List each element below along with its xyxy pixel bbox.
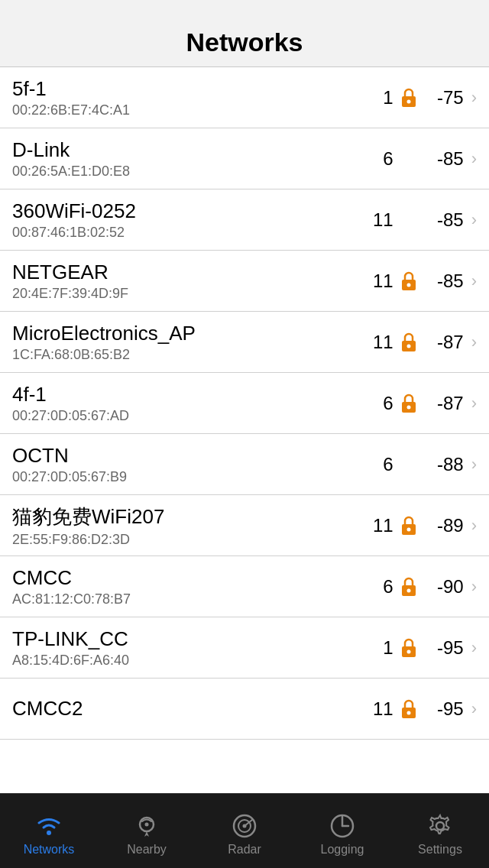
lock-icon [398, 87, 419, 108]
network-meta: 1 -95 [369, 637, 464, 659]
network-channel: 1 [369, 87, 393, 108]
network-channel: 11 [369, 270, 393, 292]
network-name: TP-LINK_CC [12, 627, 361, 651]
lock-icon [398, 698, 419, 720]
lock-icon [398, 637, 419, 659]
no-lock-spacer [398, 148, 419, 170]
network-meta: 6 -90 [369, 576, 464, 598]
network-channel: 11 [369, 332, 393, 353]
tab-nearby-label: Nearby [127, 843, 167, 857]
chevron-right-icon: › [471, 149, 477, 169]
network-mac: 00:26:5A:E1:D0:E8 [12, 164, 361, 180]
network-meta: 11 -85 [369, 209, 464, 231]
svg-point-3 [406, 283, 410, 287]
network-signal: -88 [424, 454, 464, 475]
chevron-right-icon: › [471, 210, 477, 230]
network-item[interactable]: 猫豹免费WiFi207 2E:55:F9:86:D2:3D 11 -89 › [0, 495, 489, 556]
tab-radar[interactable]: Radar [196, 794, 293, 868]
network-item[interactable]: 4f-1 00:27:0D:05:67:AD 6 -87 › [0, 373, 489, 434]
network-meta: 11 -87 [369, 332, 464, 353]
tab-networks[interactable]: Networks [0, 794, 98, 868]
network-item[interactable]: D-Link 00:26:5A:E1:D0:E8 6 -85 › [0, 128, 489, 189]
network-item[interactable]: 360WiFi-0252 00:87:46:1B:02:52 11 -85 › [0, 189, 489, 251]
tab-radar-label: Radar [228, 843, 261, 857]
lock-icon [398, 576, 419, 598]
network-name: 猫豹免费WiFi207 [12, 504, 361, 530]
tab-nearby[interactable]: Nearby [98, 794, 196, 868]
network-info: CMCC2 [12, 697, 361, 721]
chevron-right-icon: › [471, 638, 477, 658]
chevron-right-icon: › [471, 516, 477, 536]
network-mac: 00:27:0D:05:67:B9 [12, 469, 361, 485]
network-item[interactable]: CMCC AC:81:12:C0:78:B7 6 -90 › [0, 556, 489, 617]
lock-icon [398, 515, 419, 536]
logging-icon [329, 812, 356, 840]
network-meta: 11 -89 [369, 515, 464, 536]
settings-icon [426, 812, 454, 840]
network-signal: -85 [424, 148, 464, 170]
no-lock-spacer [398, 454, 419, 475]
lock-icon [398, 332, 419, 353]
svg-point-18 [145, 822, 149, 826]
network-channel: 11 [369, 515, 393, 536]
network-channel: 6 [369, 148, 393, 170]
network-item[interactable]: NETGEAR 20:4E:7F:39:4D:9F 11 -85 › [0, 251, 489, 312]
network-mac: AC:81:12:C0:78:B7 [12, 591, 361, 607]
network-name: MicroElectronics_AP [12, 322, 361, 345]
network-item[interactable]: TP-LINK_CC A8:15:4D:6F:A6:40 1 -95 › [0, 617, 489, 679]
network-signal: -87 [424, 393, 464, 414]
no-lock-spacer [398, 209, 419, 231]
chevron-right-icon: › [471, 332, 477, 352]
network-info: MicroElectronics_AP 1C:FA:68:0B:65:B2 [12, 322, 361, 363]
network-mac: 20:4E:7F:39:4D:9F [12, 286, 361, 302]
wifi-icon [35, 812, 63, 840]
chevron-right-icon: › [471, 455, 477, 474]
svg-point-13 [406, 649, 410, 653]
tab-bar: Networks Nearby Radar [0, 793, 489, 868]
lock-icon [398, 393, 419, 414]
network-channel: 6 [369, 576, 393, 598]
network-info: OCTN 00:27:0D:05:67:B9 [12, 444, 361, 485]
network-name: OCTN [12, 444, 361, 468]
tab-logging-label: Logging [321, 843, 364, 857]
network-info: 4f-1 00:27:0D:05:67:AD [12, 383, 361, 424]
radar-icon [231, 812, 258, 840]
chevron-right-icon: › [471, 88, 477, 108]
header: Networks [0, 0, 489, 67]
network-item[interactable]: CMCC2 11 -95 › [0, 679, 489, 740]
network-signal: -95 [424, 698, 464, 720]
page-title: Networks [186, 28, 303, 57]
network-meta: 11 -95 [369, 698, 464, 720]
network-signal: -85 [424, 270, 464, 292]
network-meta: 11 -85 [369, 270, 464, 292]
network-meta: 6 -87 [369, 393, 464, 414]
network-meta: 6 -88 [369, 454, 464, 475]
network-mac: 00:22:6B:E7:4C:A1 [12, 102, 361, 118]
network-item[interactable]: 5f-1 00:22:6B:E7:4C:A1 1 -75 › [0, 67, 489, 128]
network-meta: 1 -75 [369, 87, 464, 108]
lock-icon [398, 270, 419, 292]
network-signal: -87 [424, 332, 464, 353]
network-item[interactable]: OCTN 00:27:0D:05:67:B9 6 -88 › [0, 434, 489, 495]
network-info: 360WiFi-0252 00:87:46:1B:02:52 [12, 199, 361, 241]
network-name: D-Link [12, 138, 361, 162]
network-mac: 00:87:46:1B:02:52 [12, 225, 361, 241]
network-name: NETGEAR [12, 261, 361, 284]
tab-settings[interactable]: Settings [391, 794, 489, 868]
network-mac: A8:15:4D:6F:A6:40 [12, 653, 361, 669]
network-mac: 1C:FA:68:0B:65:B2 [12, 347, 361, 363]
network-item[interactable]: MicroElectronics_AP 1C:FA:68:0B:65:B2 11… [0, 312, 489, 373]
network-name: 360WiFi-0252 [12, 199, 361, 223]
network-signal: -85 [424, 209, 464, 231]
network-channel: 1 [369, 637, 393, 659]
network-info: 5f-1 00:22:6B:E7:4C:A1 [12, 77, 361, 118]
network-info: D-Link 00:26:5A:E1:D0:E8 [12, 138, 361, 180]
tab-settings-label: Settings [418, 843, 462, 857]
network-mac: 00:27:0D:05:67:AD [12, 408, 361, 424]
network-signal: -90 [424, 576, 464, 598]
nearby-icon [133, 812, 160, 840]
network-name: 5f-1 [12, 77, 361, 101]
tab-logging[interactable]: Logging [293, 794, 391, 868]
network-channel: 11 [369, 698, 393, 720]
network-signal: -75 [424, 87, 464, 108]
